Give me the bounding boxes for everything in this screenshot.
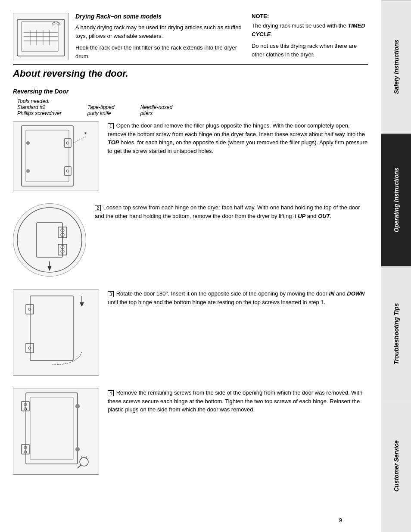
sidebar-tab-safety[interactable]: Safety Instructions xyxy=(381,0,411,133)
svg-rect-11 xyxy=(22,126,73,186)
svg-rect-38 xyxy=(26,393,78,464)
svg-rect-15 xyxy=(65,167,71,175)
svg-point-33 xyxy=(28,308,31,311)
step2-up: UP xyxy=(298,213,305,219)
svg-rect-43 xyxy=(22,445,29,454)
step1-text: 1 Open the door and remove the filler pl… xyxy=(108,121,368,155)
drying-rack-para2: Hook the rack over the lint filter so th… xyxy=(75,44,243,60)
svg-point-44 xyxy=(24,446,27,449)
drying-rack-left: Drying Rack–on some models A handy dryin… xyxy=(13,13,243,64)
drying-rack-section: Drying Rack–on some models A handy dryin… xyxy=(13,13,368,64)
tool-col2: Tape-tipped putty knife xyxy=(87,104,115,116)
about-reversing-title: About reversing the door. xyxy=(13,64,368,79)
step2-out: OUT xyxy=(318,213,330,219)
main-content: Drying Rack–on some models A handy dryin… xyxy=(0,0,381,532)
step2-image xyxy=(13,203,86,277)
svg-point-9 xyxy=(53,22,55,25)
svg-point-41 xyxy=(24,403,27,406)
right-sidebar: Safety Instructions Operating Instructio… xyxy=(381,0,411,532)
svg-rect-13 xyxy=(65,139,71,147)
step4-text: 4 Remove the remaining screws from the s… xyxy=(108,389,368,414)
drying-rack-para1: A handy drying rack may be used for dryi… xyxy=(75,23,243,40)
svg-line-47 xyxy=(78,465,81,468)
step3-image xyxy=(13,289,99,376)
step3-illustration xyxy=(17,292,95,373)
svg-point-50 xyxy=(75,404,80,408)
drying-rack-content: Drying Rack–on some models A handy dryin… xyxy=(75,13,243,64)
svg-point-17 xyxy=(26,141,30,145)
step2-block: 2 Loosen top screw from each hinge on th… xyxy=(13,203,368,277)
svg-point-14 xyxy=(66,142,69,144)
note-text1: The drying rack must be used with the TI… xyxy=(252,22,368,38)
svg-marker-30 xyxy=(47,266,52,271)
sidebar-tab-operating[interactable]: Operating Instructions xyxy=(381,133,411,266)
sidebar-tab-customer-service[interactable]: Customer Service xyxy=(381,400,411,532)
step4-illustration xyxy=(17,389,95,475)
step1-top-bold: TOP xyxy=(108,139,119,146)
tools-label: Tools needed: xyxy=(17,98,368,104)
reversing-door-subtitle: Reversing the Door xyxy=(13,88,368,95)
step4-number: 4 xyxy=(108,390,114,396)
step1-illustration: ① xyxy=(17,124,95,188)
svg-point-18 xyxy=(26,169,30,173)
step4-block: 4 Remove the remaining screws from the s… xyxy=(13,389,368,475)
step3-text: 3 Rotate the door 180°. Insert it on the… xyxy=(108,289,368,306)
note-label: NOTE: xyxy=(252,13,368,19)
svg-rect-34 xyxy=(26,343,34,353)
svg-point-42 xyxy=(24,408,27,410)
page-number: 9 xyxy=(339,517,342,523)
step1-number: 1 xyxy=(108,123,114,129)
svg-rect-22 xyxy=(37,223,62,257)
sidebar-tab-troubleshooting[interactable]: Troubleshooting Tips xyxy=(381,267,411,400)
step4-image xyxy=(13,389,99,475)
svg-rect-32 xyxy=(26,305,34,314)
svg-point-16 xyxy=(66,170,69,172)
svg-rect-39 xyxy=(30,397,73,460)
step3-block: 3 Rotate the door 180°. Insert it on the… xyxy=(13,289,368,376)
svg-point-35 xyxy=(28,347,31,349)
drying-rack-illustration xyxy=(15,15,67,58)
svg-marker-37 xyxy=(80,302,84,307)
tool-col3: Needle-nosed pliers xyxy=(140,104,173,116)
step2-text: 2 Loosen top screw from each hinge on th… xyxy=(95,203,368,220)
step3-number: 3 xyxy=(108,291,114,297)
tools-section: Tools needed: Standard #2 Phillips screw… xyxy=(17,98,368,116)
svg-rect-40 xyxy=(22,401,29,411)
svg-point-51 xyxy=(75,447,80,451)
drying-rack-image xyxy=(13,13,69,60)
step2-illustration xyxy=(15,205,84,274)
svg-rect-31 xyxy=(30,296,73,361)
step3-in: IN xyxy=(329,290,334,297)
svg-line-19 xyxy=(73,137,86,143)
tools-row: Standard #2 Phillips screwdriver Tape-ti… xyxy=(17,104,368,116)
step1-image: ① xyxy=(13,121,99,190)
tool-col1: Standard #2 Phillips screwdriver xyxy=(17,104,62,116)
step3-down: DOWN xyxy=(347,290,364,297)
note-text2: Do not use this drying rack when there a… xyxy=(252,42,368,59)
svg-rect-12 xyxy=(26,130,69,182)
svg-point-45 xyxy=(24,451,27,453)
note-section: NOTE: The drying rack must be used with … xyxy=(252,13,368,62)
svg-text:①: ① xyxy=(84,131,87,135)
step1-block: ① 1 Open the door and remove the filler … xyxy=(13,121,368,190)
drying-rack-title: Drying Rack–on some models xyxy=(75,13,243,20)
step2-number: 2 xyxy=(95,205,101,211)
